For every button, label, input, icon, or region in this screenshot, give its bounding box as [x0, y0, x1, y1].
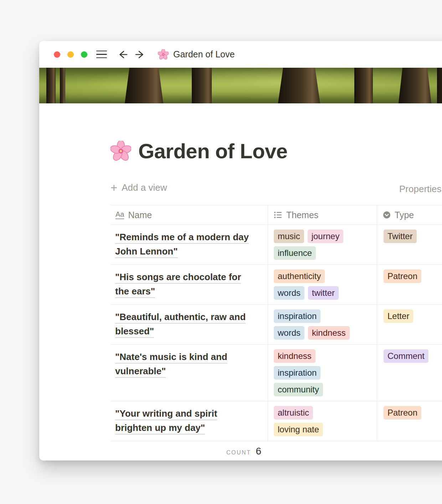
row-title-text: "His songs are chocolate for [115, 270, 253, 284]
row-title-text: "Beautiful, authentic, raw and [115, 310, 253, 324]
title-property-icon: Aa [115, 211, 124, 219]
tree-trunk [437, 68, 442, 103]
cover-image [39, 68, 442, 103]
theme-tag-line: altruistic [274, 406, 313, 420]
theme-tag: words [274, 286, 304, 300]
table-row: "Nate's music is kind andvulnerable" kin… [110, 345, 442, 401]
view-controls: + Add a view Properties [110, 182, 442, 197]
table-row: "His songs are chocolate forthe ears" au… [110, 265, 442, 305]
select-dropdown-icon [383, 211, 391, 219]
add-view-button[interactable]: + Add a view [110, 182, 167, 193]
minimize-button[interactable] [67, 51, 74, 58]
count-value: 6 [256, 446, 261, 457]
theme-tag: journey [308, 230, 344, 243]
window-title: Garden of Love [173, 49, 235, 60]
count-label: COUNT [226, 449, 251, 456]
theme-tag: influence [274, 246, 316, 260]
row-title-text: vulnerable" [115, 364, 253, 378]
row-title-text: "Nate's music is kind and [115, 350, 253, 364]
column-label: Name [128, 210, 152, 220]
tree-trunk [278, 68, 320, 103]
type-cell[interactable]: Patreon [377, 265, 442, 304]
name-cell[interactable]: "Reminds me of a modern dayJohn Lennon" [110, 225, 268, 264]
theme-tag-line: community [274, 383, 323, 396]
row-title-text: the ears" [115, 284, 253, 298]
table-row: "Reminds me of a modern dayJohn Lennon" … [110, 225, 442, 265]
database-table: Aa Name Themes [110, 205, 442, 441]
type-tag: Comment [384, 349, 428, 363]
close-button[interactable] [54, 51, 60, 58]
name-cell[interactable]: "His songs are chocolate forthe ears" [110, 265, 268, 304]
tree-trunk [192, 68, 212, 103]
tree-trunk [125, 68, 163, 103]
theme-tag: inspiration [274, 366, 320, 380]
theme-tag: loving nate [274, 423, 323, 436]
row-title-text: brighten up my day" [115, 421, 253, 435]
row-title-text: blessed" [115, 324, 253, 338]
cherry-blossom-icon [158, 49, 169, 60]
zoom-button[interactable] [81, 51, 87, 58]
themes-cell[interactable]: kindnessinspirationcommunity [268, 345, 377, 401]
theme-tag-line: loving nate [274, 423, 323, 436]
multi-select-list-icon [274, 211, 282, 219]
type-tag: Letter [384, 309, 413, 323]
theme-tag: kindness [274, 349, 315, 363]
type-tag: Patreon [384, 269, 421, 283]
tree-trunk [46, 68, 56, 103]
column-header-type[interactable]: Type [377, 205, 442, 225]
theme-tag: authenticity [274, 269, 325, 283]
page-emoji-cherry-blossom-icon [110, 141, 131, 161]
theme-tag: altruistic [274, 406, 313, 420]
theme-tag: words [274, 326, 304, 340]
desktop-background: Garden of Love [0, 0, 442, 504]
count-footer[interactable]: COUNT 6 [110, 446, 377, 457]
theme-tag: music [274, 230, 304, 243]
table-header-row: Aa Name Themes [110, 205, 442, 225]
column-label: Themes [286, 210, 318, 220]
themes-cell[interactable]: altruisticloving nate [268, 401, 377, 441]
name-cell[interactable]: "Beautiful, authentic, raw andblessed" [110, 305, 268, 344]
tree-trunk [354, 68, 373, 103]
theme-tag-line: musicjourney [274, 230, 343, 243]
row-title-text: John Lennon" [115, 244, 253, 258]
name-cell[interactable]: "Your writing and spiritbrighten up my d… [110, 401, 268, 441]
theme-tag-line: kindness [274, 349, 315, 363]
row-title-text: "Your writing and spirit [115, 406, 253, 421]
tree-trunk [399, 68, 431, 103]
theme-tag: twitter [308, 286, 339, 300]
theme-tag-line: authenticity [274, 269, 325, 283]
type-tag: Twitter [384, 230, 417, 243]
forward-icon[interactable] [134, 48, 146, 61]
window-controls [54, 51, 87, 58]
themes-cell[interactable]: inspirationwordskindness [268, 305, 377, 344]
column-label: Type [395, 210, 414, 220]
theme-tag: inspiration [274, 309, 320, 323]
back-icon[interactable] [117, 48, 129, 61]
theme-tag-line: wordskindness [274, 326, 350, 340]
table-row: "Your writing and spiritbrighten up my d… [110, 401, 442, 441]
name-cell[interactable]: "Nate's music is kind andvulnerable" [110, 345, 268, 401]
page-header: Garden of Love [110, 139, 442, 163]
theme-tag-line: inspiration [274, 309, 320, 323]
theme-tag-line: influence [274, 246, 316, 260]
column-header-themes[interactable]: Themes [268, 205, 377, 225]
table-row: "Beautiful, authentic, raw andblessed" i… [110, 305, 442, 345]
theme-tag-line: inspiration [274, 366, 320, 380]
properties-button[interactable]: Properties [399, 184, 442, 195]
type-cell[interactable]: Patreon [377, 401, 442, 441]
app-window: Garden of Love [39, 41, 442, 461]
column-header-name[interactable]: Aa Name [110, 205, 268, 225]
sidebar-menu-icon[interactable] [96, 51, 107, 58]
themes-cell[interactable]: musicjourneyinfluence [268, 225, 377, 264]
plus-icon: + [110, 182, 117, 193]
type-cell[interactable]: Comment [377, 345, 442, 401]
type-cell[interactable]: Letter [377, 305, 442, 344]
add-view-label: Add a view [122, 182, 167, 193]
themes-cell[interactable]: authenticitywordstwitter [268, 265, 377, 304]
theme-tag: kindness [308, 326, 350, 340]
theme-tag: community [274, 383, 323, 396]
type-tag: Patreon [384, 406, 421, 420]
theme-tag-line: wordstwitter [274, 286, 339, 300]
type-cell[interactable]: Twitter [377, 225, 442, 264]
titlebar: Garden of Love [39, 41, 442, 68]
